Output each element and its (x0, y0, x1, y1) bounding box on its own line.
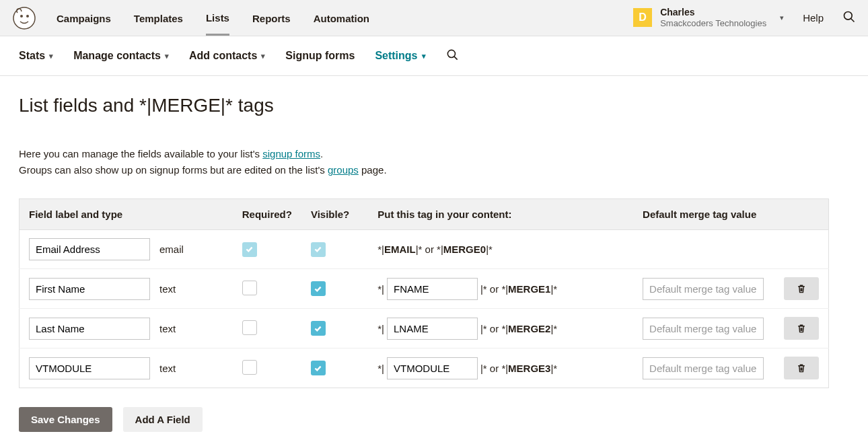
tab-stats-label: Stats (19, 50, 45, 62)
groups-link[interactable]: groups (328, 164, 359, 176)
page-description: Here you can manage the fields available… (19, 146, 829, 178)
chevron-down-icon: ▾ (261, 52, 265, 61)
search-icon[interactable] (842, 10, 856, 26)
merge-tag-input[interactable] (387, 318, 478, 340)
th-label: Field label and type (20, 199, 233, 230)
field-label-input[interactable] (29, 238, 150, 260)
tag-prefix: *| (377, 323, 384, 334)
svg-point-5 (447, 50, 455, 57)
signup-forms-link[interactable]: signup forms (262, 148, 320, 159)
nav-templates[interactable]: Templates (134, 1, 183, 34)
svg-point-1 (20, 15, 23, 17)
sub-header: Stats▾ Manage contacts▾ Add contacts▾ Si… (0, 36, 868, 76)
user-menu[interactable]: D Charles Smackcoders Technologies ▾ (633, 7, 784, 28)
tag-suffix: |* or *|MERGE2|* (480, 323, 557, 334)
chevron-down-icon: ▾ (422, 52, 426, 61)
tab-signup-forms-label: Signup forms (285, 50, 355, 62)
tab-stats[interactable]: Stats▾ (19, 50, 53, 62)
add-field-button[interactable]: Add A Field (123, 407, 203, 432)
field-type-label: text (159, 363, 176, 374)
tab-signup-forms[interactable]: Signup forms (285, 50, 355, 62)
user-name: Charles (660, 7, 766, 18)
desc-text: Here you can manage the fields available… (19, 148, 262, 159)
required-checkbox[interactable] (242, 360, 257, 375)
delete-field-button[interactable] (784, 357, 819, 379)
svg-point-2 (26, 15, 29, 17)
th-delete (774, 199, 829, 230)
svg-line-4 (851, 18, 855, 22)
required-checkbox[interactable] (242, 320, 257, 335)
fields-table: Field label and type Required? Visible? … (19, 198, 829, 388)
help-link[interactable]: Help (803, 12, 824, 24)
table-row: text *| |* or *|MERGE2|* (20, 309, 829, 349)
merge-tag-input[interactable] (387, 278, 478, 300)
delete-field-button[interactable] (784, 317, 819, 340)
field-label-input[interactable] (29, 318, 150, 340)
tab-manage-contacts[interactable]: Manage contacts▾ (73, 50, 169, 62)
table-header-row: Field label and type Required? Visible? … (20, 199, 829, 230)
user-text: Charles Smackcoders Technologies (660, 7, 766, 28)
th-default: Default merge tag value (633, 199, 774, 230)
nav-lists[interactable]: Lists (206, 1, 229, 36)
tag-prefix: *| (377, 363, 384, 374)
list-search-icon[interactable] (446, 48, 459, 63)
tab-add-contacts[interactable]: Add contacts▾ (189, 50, 265, 62)
table-row: email *|EMAIL|* or *|MERGE0|* (20, 230, 829, 269)
field-type-label: text (159, 323, 176, 334)
merge-tag-input[interactable] (387, 357, 478, 379)
desc-text: page. (359, 164, 387, 176)
top-nav: Campaigns Templates Lists Reports Automa… (57, 1, 369, 36)
visible-checkbox[interactable] (311, 321, 326, 336)
svg-point-3 (844, 11, 853, 20)
th-visible: Visible? (301, 199, 368, 230)
tag-suffix: |* or *|MERGE1|* (480, 283, 557, 295)
nav-automation[interactable]: Automation (314, 1, 369, 34)
nav-reports[interactable]: Reports (252, 1, 291, 34)
desc-text: Groups can also show up on signup forms … (19, 164, 328, 176)
tag-prefix: *| (377, 283, 384, 295)
field-type-label: email (159, 244, 184, 255)
user-org: Smackcoders Technologies (660, 18, 766, 29)
required-checkbox[interactable] (242, 281, 257, 295)
merge-tag-static: *|EMAIL|* or *|MERGE0|* (377, 244, 493, 255)
tab-settings-label: Settings (375, 50, 417, 62)
chevron-down-icon: ▾ (49, 52, 53, 61)
svg-line-6 (454, 57, 457, 60)
table-row: text *| |* or *|MERGE1|* (20, 269, 829, 309)
delete-field-button[interactable] (784, 277, 819, 300)
content: List fields and *|MERGE|* tags Here you … (0, 76, 848, 440)
required-checkbox (242, 242, 257, 257)
top-header: Campaigns Templates Lists Reports Automa… (0, 0, 868, 36)
top-right: D Charles Smackcoders Technologies ▾ Hel… (633, 7, 856, 28)
chevron-down-icon: ▾ (780, 13, 784, 22)
tab-add-contacts-label: Add contacts (189, 50, 257, 62)
th-tag: Put this tag in your content: (368, 199, 633, 230)
footer-buttons: Save Changes Add A Field (19, 407, 829, 432)
desc-text: . (320, 148, 323, 159)
default-value-input[interactable] (643, 318, 764, 340)
default-value-input[interactable] (643, 278, 764, 300)
avatar: D (633, 8, 652, 27)
field-label-input[interactable] (29, 278, 150, 300)
visible-checkbox[interactable] (311, 361, 326, 375)
tab-manage-contacts-label: Manage contacts (73, 50, 161, 62)
page-title: List fields and *|MERGE|* tags (19, 95, 829, 116)
field-type-label: text (159, 283, 176, 295)
visible-checkbox (311, 242, 326, 257)
field-label-input[interactable] (29, 357, 150, 379)
th-required: Required? (233, 199, 301, 230)
nav-campaigns[interactable]: Campaigns (57, 1, 111, 34)
chevron-down-icon: ▾ (165, 52, 169, 61)
visible-checkbox[interactable] (311, 281, 326, 296)
save-button[interactable]: Save Changes (19, 407, 112, 432)
tab-settings[interactable]: Settings▾ (375, 50, 425, 62)
mailchimp-logo-icon[interactable] (12, 6, 36, 30)
table-row: text *| |* or *|MERGE3|* (20, 349, 829, 388)
tag-suffix: |* or *|MERGE3|* (480, 363, 557, 374)
default-value-input[interactable] (643, 357, 764, 379)
